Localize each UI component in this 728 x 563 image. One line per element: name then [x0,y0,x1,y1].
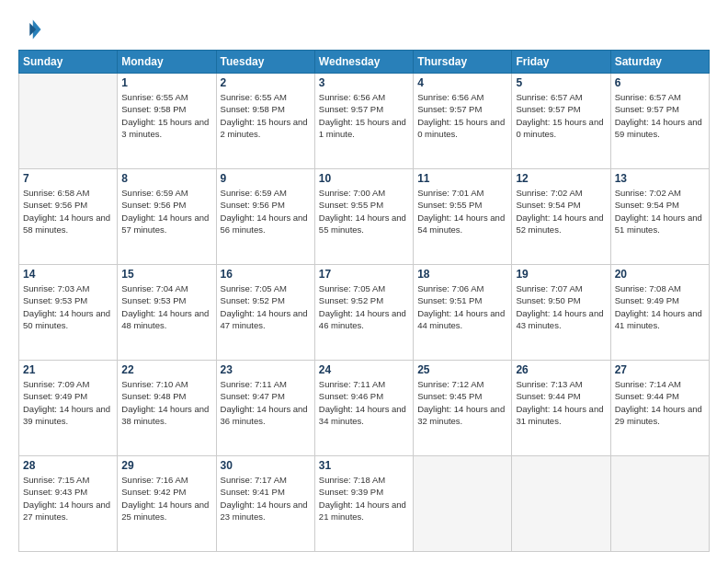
day-info: Sunrise: 7:04 AMSunset: 9:53 PMDaylight:… [121,282,211,331]
calendar-cell: 9Sunrise: 6:59 AMSunset: 9:56 PMDaylight… [216,169,314,265]
day-info: Sunrise: 7:07 AMSunset: 9:50 PMDaylight:… [516,282,606,331]
day-number: 17 [319,268,409,281]
logo-icon [18,17,44,42]
day-number: 5 [516,76,606,89]
calendar-cell: 22Sunrise: 7:10 AMSunset: 9:48 PMDayligh… [118,361,216,456]
day-number: 16 [221,268,311,281]
calendar-week-1: 1Sunrise: 6:55 AMSunset: 9:58 PMDaylight… [19,74,710,169]
calendar-cell: 28Sunrise: 7:15 AMSunset: 9:43 PMDayligh… [19,456,118,552]
day-number: 21 [23,363,113,376]
day-number: 6 [615,76,705,89]
day-number: 30 [221,459,311,472]
day-number: 12 [516,172,606,185]
calendar-cell: 13Sunrise: 7:02 AMSunset: 9:54 PMDayligh… [610,169,709,265]
day-info: Sunrise: 7:00 AMSunset: 9:55 PMDaylight:… [319,187,409,236]
day-number: 23 [221,363,311,376]
day-info: Sunrise: 6:55 AMSunset: 9:58 PMDaylight:… [221,91,311,140]
day-number: 15 [121,268,211,281]
calendar-header-thursday: Thursday [414,51,512,74]
day-number: 24 [319,363,409,376]
day-number: 9 [221,172,311,185]
day-number: 1 [121,76,211,89]
calendar-table: SundayMondayTuesdayWednesdayThursdayFrid… [18,50,710,552]
day-number: 8 [121,172,211,185]
day-info: Sunrise: 7:10 AMSunset: 9:48 PMDaylight:… [121,378,211,427]
calendar-header-wednesday: Wednesday [314,51,413,74]
day-number: 27 [615,363,705,376]
day-info: Sunrise: 7:12 AMSunset: 9:45 PMDaylight:… [417,378,507,427]
calendar-cell: 21Sunrise: 7:09 AMSunset: 9:49 PMDayligh… [19,361,118,456]
calendar-cell: 16Sunrise: 7:05 AMSunset: 9:52 PMDayligh… [216,265,314,361]
day-number: 19 [516,268,606,281]
day-info: Sunrise: 6:56 AMSunset: 9:57 PMDaylight:… [417,91,507,140]
calendar-cell: 10Sunrise: 7:00 AMSunset: 9:55 PMDayligh… [314,169,413,265]
calendar-header-sunday: Sunday [19,51,118,74]
day-info: Sunrise: 7:08 AMSunset: 9:49 PMDaylight:… [615,282,705,331]
day-number: 7 [23,172,113,185]
calendar-week-4: 21Sunrise: 7:09 AMSunset: 9:49 PMDayligh… [19,361,710,456]
calendar-cell: 5Sunrise: 6:57 AMSunset: 9:57 PMDaylight… [512,74,610,169]
day-info: Sunrise: 7:05 AMSunset: 9:52 PMDaylight:… [319,282,409,331]
day-number: 13 [615,172,705,185]
day-number: 31 [319,459,409,472]
calendar-cell: 11Sunrise: 7:01 AMSunset: 9:55 PMDayligh… [414,169,512,265]
calendar-cell: 14Sunrise: 7:03 AMSunset: 9:53 PMDayligh… [19,265,118,361]
calendar-cell: 26Sunrise: 7:13 AMSunset: 9:44 PMDayligh… [512,361,610,456]
day-info: Sunrise: 6:56 AMSunset: 9:57 PMDaylight:… [319,91,409,140]
calendar-week-2: 7Sunrise: 6:58 AMSunset: 9:56 PMDaylight… [19,169,710,265]
calendar-cell: 25Sunrise: 7:12 AMSunset: 9:45 PMDayligh… [414,361,512,456]
calendar-cell: 7Sunrise: 6:58 AMSunset: 9:56 PMDaylight… [19,169,118,265]
day-number: 11 [417,172,507,185]
calendar-week-5: 28Sunrise: 7:15 AMSunset: 9:43 PMDayligh… [19,456,710,552]
calendar-header-row: SundayMondayTuesdayWednesdayThursdayFrid… [19,51,710,74]
day-info: Sunrise: 7:01 AMSunset: 9:55 PMDaylight:… [417,187,507,236]
day-info: Sunrise: 7:16 AMSunset: 9:42 PMDaylight:… [121,474,211,523]
calendar-header-monday: Monday [118,51,216,74]
calendar-week-3: 14Sunrise: 7:03 AMSunset: 9:53 PMDayligh… [19,265,710,361]
calendar-header-friday: Friday [512,51,610,74]
calendar-cell: 4Sunrise: 6:56 AMSunset: 9:57 PMDaylight… [414,74,512,169]
day-info: Sunrise: 7:09 AMSunset: 9:49 PMDaylight:… [23,378,113,427]
calendar-cell [610,456,709,552]
calendar-cell: 2Sunrise: 6:55 AMSunset: 9:58 PMDaylight… [216,74,314,169]
day-info: Sunrise: 7:11 AMSunset: 9:47 PMDaylight:… [221,378,311,427]
calendar-cell: 31Sunrise: 7:18 AMSunset: 9:39 PMDayligh… [314,456,413,552]
header [18,17,710,42]
logo [18,17,48,42]
day-number: 29 [121,459,211,472]
day-info: Sunrise: 6:55 AMSunset: 9:58 PMDaylight:… [121,91,211,140]
day-info: Sunrise: 7:05 AMSunset: 9:52 PMDaylight:… [221,282,311,331]
calendar-cell: 18Sunrise: 7:06 AMSunset: 9:51 PMDayligh… [414,265,512,361]
day-info: Sunrise: 6:57 AMSunset: 9:57 PMDaylight:… [615,91,705,140]
day-info: Sunrise: 6:58 AMSunset: 9:56 PMDaylight:… [23,187,113,236]
day-number: 18 [417,268,507,281]
day-info: Sunrise: 7:14 AMSunset: 9:44 PMDaylight:… [615,378,705,427]
day-info: Sunrise: 7:06 AMSunset: 9:51 PMDaylight:… [417,282,507,331]
day-info: Sunrise: 6:59 AMSunset: 9:56 PMDaylight:… [121,187,211,236]
calendar-cell: 12Sunrise: 7:02 AMSunset: 9:54 PMDayligh… [512,169,610,265]
calendar-cell: 6Sunrise: 6:57 AMSunset: 9:57 PMDaylight… [610,74,709,169]
day-number: 20 [615,268,705,281]
calendar-cell: 30Sunrise: 7:17 AMSunset: 9:41 PMDayligh… [216,456,314,552]
day-info: Sunrise: 7:02 AMSunset: 9:54 PMDaylight:… [615,187,705,236]
calendar-cell [19,74,118,169]
day-number: 25 [417,363,507,376]
day-number: 26 [516,363,606,376]
day-info: Sunrise: 7:11 AMSunset: 9:46 PMDaylight:… [319,378,409,427]
day-info: Sunrise: 7:17 AMSunset: 9:41 PMDaylight:… [221,474,311,523]
day-info: Sunrise: 7:03 AMSunset: 9:53 PMDaylight:… [23,282,113,331]
calendar-cell: 19Sunrise: 7:07 AMSunset: 9:50 PMDayligh… [512,265,610,361]
day-info: Sunrise: 7:02 AMSunset: 9:54 PMDaylight:… [516,187,606,236]
page: SundayMondayTuesdayWednesdayThursdayFrid… [0,0,728,563]
calendar-cell: 29Sunrise: 7:16 AMSunset: 9:42 PMDayligh… [118,456,216,552]
calendar-cell: 1Sunrise: 6:55 AMSunset: 9:58 PMDaylight… [118,74,216,169]
calendar-cell: 15Sunrise: 7:04 AMSunset: 9:53 PMDayligh… [118,265,216,361]
day-number: 4 [417,76,507,89]
calendar-cell: 20Sunrise: 7:08 AMSunset: 9:49 PMDayligh… [610,265,709,361]
calendar-cell [512,456,610,552]
day-info: Sunrise: 6:57 AMSunset: 9:57 PMDaylight:… [516,91,606,140]
day-number: 14 [23,268,113,281]
day-info: Sunrise: 7:13 AMSunset: 9:44 PMDaylight:… [516,378,606,427]
day-number: 3 [319,76,409,89]
day-info: Sunrise: 7:15 AMSunset: 9:43 PMDaylight:… [23,474,113,523]
